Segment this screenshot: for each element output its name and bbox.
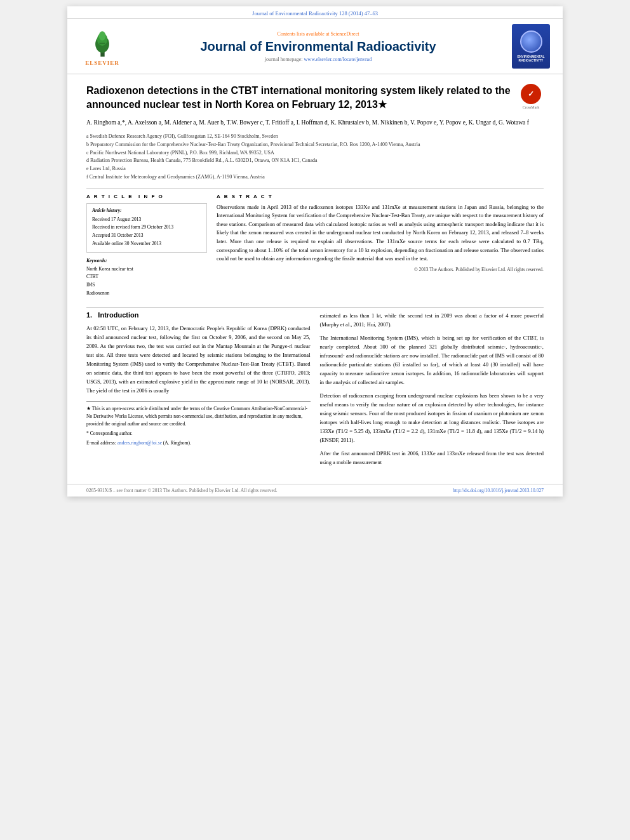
intro-heading: 1. Introduction: [86, 311, 311, 319]
issn-text: 0265-931X/$ – see front matter © 2013 Th…: [86, 488, 278, 493]
main-col-right: estimated as less than 1 kt, while the s…: [320, 311, 544, 471]
crossmark-icon: ✓: [521, 84, 541, 104]
elsevier-text: ELSEVIER: [85, 60, 119, 66]
sciencedirect-brand: ScienceDirect: [331, 31, 359, 37]
keywords-label: Keywords:: [86, 258, 207, 263]
doi-link[interactable]: http://dx.doi.org/10.1016/j.jenvrad.2013…: [453, 488, 544, 493]
article-info-box: Article history: Received 17 August 2013…: [86, 203, 207, 253]
svg-rect-4: [99, 43, 105, 44]
main-columns: 1. Introduction At 02:58 UTC, on Februar…: [86, 311, 544, 471]
affiliation-b: b Preparatory Commission for the Compreh…: [86, 141, 544, 149]
article-info-heading: A R T I C L E I N F O: [86, 194, 207, 199]
received-revised-date: Received in revised form 29 October 2013: [92, 223, 201, 232]
sciencedirect-link: Contents lists available at ScienceDirec…: [134, 31, 502, 37]
affiliation-a: a Swedish Defence Research Agency (FOI),…: [86, 133, 544, 141]
authors-line: A. Ringbom a,*, A. Axelsson a, M. Aldene…: [86, 117, 544, 128]
divider-2: [86, 307, 544, 308]
journal-citation: Journal of Environmental Radioactivity 1…: [67, 6, 563, 19]
main-content: 1. Introduction At 02:58 UTC, on Februar…: [67, 311, 563, 484]
header: ELSEVIER Contents lists available at Sci…: [67, 19, 563, 74]
keyword-1: North Korea nuclear test: [86, 265, 207, 274]
homepage-url[interactable]: www.elsevier.com/locate/jenvrad: [304, 57, 372, 62]
elsevier-logo: ELSEVIER: [77, 27, 128, 66]
accepted-date: Accepted 31 October 2013: [92, 232, 201, 240]
journal-title: Journal of Environmental Radioactivity: [134, 39, 502, 54]
abstract-text: Observations made in April 2013 of the r…: [217, 203, 544, 263]
keyword-3: IMS: [86, 281, 207, 290]
intro-paragraph-1: At 02:58 UTC, on February 12, 2013, the …: [86, 324, 311, 395]
intro-paragraph-4: Detection of radioxenon escaping from un…: [320, 391, 544, 444]
crossmark-label: CrossMark: [523, 105, 540, 109]
intro-paragraph-3: The International Monitoring System (IMS…: [320, 333, 544, 387]
page: Journal of Environmental Radioactivity 1…: [67, 6, 563, 497]
affiliation-d: d Radiation Protection Bureau, Health Ca…: [86, 157, 544, 165]
affiliation-e: e Lares Ltd, Russia: [86, 165, 544, 173]
footnote-star: ★ This is an open-access article distrib…: [86, 405, 311, 428]
history-label: Article history:: [92, 208, 201, 213]
intro-title: Introduction: [98, 311, 138, 319]
article-title-section: Radioxenon detections in the CTBT intern…: [86, 81, 544, 112]
crossmark-section: ✓ CrossMark: [518, 84, 544, 109]
intro-number: 1.: [86, 311, 92, 319]
info-abstract-columns: A R T I C L E I N F O Article history: R…: [86, 194, 544, 298]
divider-1: [86, 188, 544, 189]
logo-globe-icon: [520, 30, 542, 53]
affiliation-c: c Pacific Northwest National Laboratory …: [86, 149, 544, 157]
footnote-corresponding: * Corresponding author.: [86, 430, 311, 437]
keyword-2: CTBT: [86, 273, 207, 281]
keyword-4: Radioxenon: [86, 290, 207, 298]
keywords-list: North Korea nuclear test CTBT IMS Radiox…: [86, 265, 207, 298]
copyright-notice: © 2013 The Authors. Published by Elsevie…: [217, 267, 544, 272]
abstract-heading: A B S T R A C T: [217, 194, 544, 199]
journal-logo-graphic: ENVIRONMENTALRADIOACTIVITY: [512, 24, 550, 69]
footnote-section: ★ This is an open-access article distrib…: [86, 401, 311, 447]
svg-point-3: [98, 31, 105, 41]
intro-paragraph-5: After the first announced DPRK test in 2…: [320, 449, 544, 467]
keywords-box: Keywords: North Korea nuclear test CTBT …: [86, 258, 207, 298]
footnote-email: E-mail address: anders.ringbom@foi.se (A…: [86, 439, 311, 447]
article-title: Radioxenon detections in the CTBT intern…: [86, 84, 512, 112]
logo-journal-name: ENVIRONMENTALRADIOACTIVITY: [517, 55, 544, 62]
main-col-left: 1. Introduction At 02:58 UTC, on Februar…: [86, 311, 311, 471]
citation-text: Journal of Environmental Radioactivity 1…: [252, 10, 378, 17]
available-date: Available online 30 November 2013: [92, 240, 201, 248]
affiliation-f: f Central Institute for Meteorology and …: [86, 173, 544, 182]
bottom-bar: 0265-931X/$ – see front matter © 2013 Th…: [67, 484, 563, 497]
elsevier-tree-icon: [85, 27, 120, 58]
left-column: A R T I C L E I N F O Article history: R…: [86, 194, 207, 298]
affiliations: a Swedish Defence Research Agency (FOI),…: [86, 133, 544, 182]
right-column: A B S T R A C T Observations made in Apr…: [217, 194, 544, 298]
article-dates: Received 17 August 2013 Received in revi…: [92, 216, 201, 248]
intro-paragraph-2: estimated as less than 1 kt, while the s…: [320, 311, 544, 329]
received-date: Received 17 August 2013: [92, 216, 201, 224]
article-body: Radioxenon detections in the CTBT intern…: [67, 74, 563, 304]
journal-logo-box: ENVIRONMENTALRADIOACTIVITY: [509, 24, 553, 69]
email-link[interactable]: anders.ringbom@foi.se: [117, 440, 162, 446]
journal-homepage: journal homepage: www.elsevier.com/locat…: [134, 57, 502, 62]
header-middle: Contents lists available at ScienceDirec…: [128, 31, 509, 62]
